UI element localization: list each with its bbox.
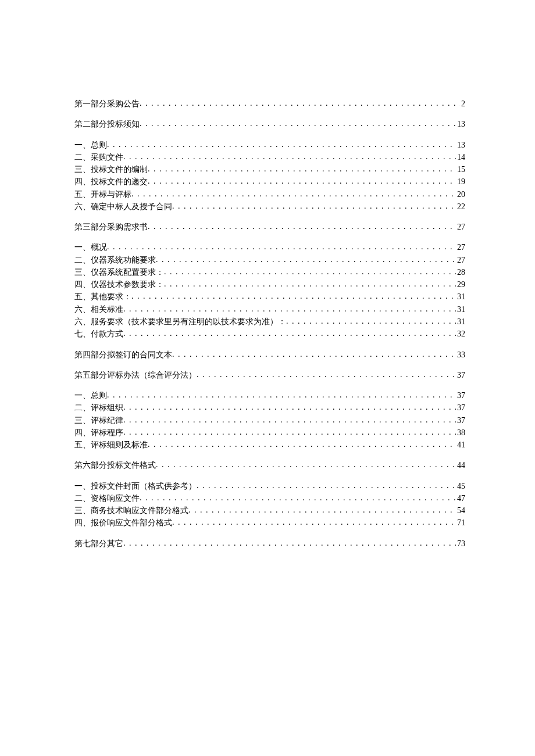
- toc-leader-dots: [140, 118, 456, 130]
- toc-entry-page: 44: [456, 459, 465, 471]
- toc-entry: 五、其他要求：31: [74, 291, 465, 303]
- toc-entry-page: 47: [456, 492, 465, 504]
- toc-entry: 三、商务技术响应文件部分格式54: [74, 504, 465, 517]
- toc-entry-page: 19: [456, 175, 465, 188]
- toc-entry: 第一部分采购公告2: [74, 98, 465, 110]
- toc-entry-label: 五、其他要求：: [74, 291, 131, 303]
- toc-entry-label: 三、评标纪律: [74, 414, 123, 427]
- toc-entry-page: 37: [456, 402, 465, 414]
- toc-entry-label: 四、评标程序: [74, 427, 123, 439]
- toc-leader-dots: [140, 492, 456, 504]
- toc-entry-page: 31: [456, 316, 465, 328]
- toc-entry: 一、总则13: [74, 139, 465, 151]
- toc-entry-page: 54: [456, 504, 465, 517]
- toc-entry: 第七部分其它73: [74, 538, 465, 550]
- toc-entry-page: 71: [456, 517, 465, 529]
- toc-entry-label: 二、评标组织: [74, 402, 123, 414]
- toc-entry-page: 37: [456, 389, 465, 402]
- toc-entry-page: 14: [456, 151, 465, 163]
- toc-entry-label: 第七部分其它: [74, 538, 123, 550]
- toc-entry-label: 一、总则: [74, 139, 107, 151]
- toc-entry: 四、投标文件的递交19: [74, 175, 465, 188]
- toc-entry-label: 三、投标文件的编制: [74, 163, 148, 175]
- toc-entry: 五、开标与评标20: [74, 188, 465, 200]
- toc-entry-page: 31: [456, 303, 465, 316]
- toc-leader-dots: [107, 241, 456, 253]
- toc-entry-label: 四、投标文件的递交: [74, 175, 148, 188]
- toc-entry: 二、仪器系统功能要求27: [74, 254, 465, 266]
- toc-leader-dots: [188, 504, 456, 516]
- toc-leader-dots: [172, 349, 456, 360]
- toc-leader-dots: [156, 459, 456, 471]
- toc-entry-page: 45: [456, 480, 465, 492]
- toc-entry-page: 38: [456, 427, 465, 439]
- toc-entry: 三、仪器系统配置要求：28: [74, 266, 465, 278]
- toc-leader-dots: [123, 414, 456, 426]
- toc-leader-dots: [197, 480, 456, 492]
- toc-entry-page: 13: [456, 118, 465, 130]
- toc-leader-dots: [123, 328, 456, 339]
- toc-entry-label: 六、确定中标人及授予合同: [74, 200, 172, 213]
- toc-entry: 六、服务要求（技术要求里另有注明的以技术要求为准）：31: [74, 316, 465, 328]
- toc-leader-dots: [148, 439, 456, 450]
- toc-entry: 第二部分投标须知13: [74, 118, 465, 130]
- toc-entry-label: 第五部分评标办法（综合评分法）: [74, 369, 197, 381]
- toc-entry: 一、投标文件封面（格式供参考）45: [74, 480, 465, 492]
- toc-entry-page: 27: [456, 254, 465, 266]
- toc-entry-label: 二、采购文件: [74, 151, 123, 163]
- toc-entry: 第六部分投标文件格式44: [74, 459, 465, 471]
- toc-entry-page: 13: [456, 139, 465, 151]
- toc-entry-page: 37: [456, 369, 465, 381]
- toc-entry: 三、评标纪律37: [74, 414, 465, 427]
- toc-entry-page: 27: [456, 241, 465, 253]
- toc-leader-dots: [148, 221, 456, 232]
- toc-entry: 四、仪器技术参数要求：29: [74, 278, 465, 291]
- toc-leader-dots: [107, 389, 456, 401]
- toc-entry-label: 五、开标与评标: [74, 188, 131, 200]
- toc-leader-dots: [172, 517, 456, 528]
- toc-entry-page: 15: [456, 163, 465, 175]
- toc-leader-dots: [123, 402, 456, 413]
- toc-entry-label: 六、相关标准: [74, 303, 123, 316]
- toc-leader-dots: [123, 538, 456, 549]
- toc-entry: 七、付款方式32: [74, 328, 465, 340]
- toc-entry: 第四部分拟签订的合同文本33: [74, 349, 465, 361]
- toc-entry: 二、采购文件14: [74, 151, 465, 163]
- toc-entry: 六、相关标准31: [74, 303, 465, 316]
- toc-entry-label: 二、资格响应文件: [74, 492, 140, 504]
- toc-entry: 第五部分评标办法（综合评分法）37: [74, 369, 465, 381]
- toc-entry: 四、报价响应文件部分格式71: [74, 517, 465, 529]
- toc-entry-page: 28: [456, 266, 465, 278]
- toc-leader-dots: [148, 163, 456, 175]
- toc-entry-page: 27: [456, 221, 465, 233]
- toc-entry-page: 2: [460, 98, 465, 110]
- toc-entry: 二、评标组织37: [74, 402, 465, 414]
- toc-leader-dots: [164, 266, 456, 278]
- toc-leader-dots: [148, 175, 456, 187]
- toc-entry-page: 29: [456, 278, 465, 291]
- toc-entry-page: 73: [456, 538, 465, 550]
- toc-leader-dots: [156, 254, 456, 266]
- toc-entry-label: 第三部分采购需求书: [74, 221, 148, 233]
- toc-entry-label: 第四部分拟签订的合同文本: [74, 349, 172, 361]
- toc-entry-page: 31: [456, 291, 465, 303]
- toc-entry-page: 32: [456, 328, 465, 340]
- toc-entry-page: 41: [456, 439, 465, 451]
- toc-entry-label: 四、仪器技术参数要求：: [74, 278, 164, 291]
- toc-entry: 六、确定中标人及授予合同22: [74, 200, 465, 213]
- toc-entry-label: 一、概况: [74, 241, 107, 253]
- toc-leader-dots: [286, 316, 456, 327]
- toc-entry-label: 五、评标细则及标准: [74, 439, 148, 451]
- toc-leader-dots: [164, 278, 456, 290]
- toc-entry-label: 一、总则: [74, 389, 107, 402]
- toc-leader-dots: [172, 200, 456, 212]
- toc-entry-label: 三、仪器系统配置要求：: [74, 266, 164, 278]
- toc-entry: 二、资格响应文件47: [74, 492, 465, 504]
- toc-entry: 一、概况27: [74, 241, 465, 253]
- toc-entry-label: 第六部分投标文件格式: [74, 459, 156, 471]
- table-of-contents: 第一部分采购公告2第二部分投标须知13一、总则13二、采购文件14三、投标文件的…: [74, 98, 465, 550]
- toc-entry-label: 二、仪器系统功能要求: [74, 254, 156, 266]
- toc-entry-label: 六、服务要求（技术要求里另有注明的以技术要求为准）：: [74, 316, 286, 328]
- toc-entry-label: 第二部分投标须知: [74, 118, 140, 130]
- toc-entry-page: 20: [456, 188, 465, 200]
